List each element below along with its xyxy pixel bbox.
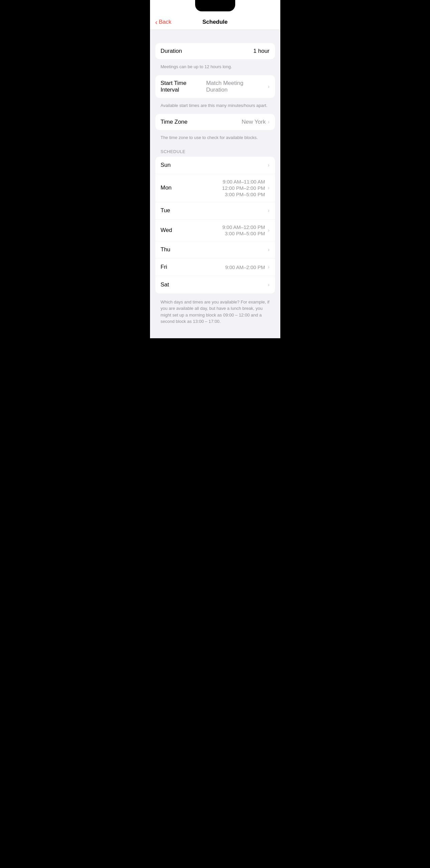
tue-chevron-icon: › [268, 208, 269, 214]
duration-card: Duration 1 hour [155, 43, 275, 59]
start-time-label: Start Time Interval [161, 80, 206, 93]
duration-label: Duration [161, 48, 182, 55]
mon-time-2: 12:00 PM–2:00 PM [222, 185, 265, 191]
page-title: Schedule [202, 19, 228, 25]
start-time-value: Match Meeting Duration [206, 80, 266, 93]
duration-helper: Meetings can be up to 12 hours long. [155, 62, 275, 75]
timezone-label: Time Zone [161, 119, 188, 125]
timezone-value: New York [241, 119, 266, 125]
schedule-row-fri[interactable]: Fri 9:00 AM–2:00 PM › [155, 259, 275, 276]
mon-times: 9:00 AM–11:00 AM 12:00 PM–2:00 PM 3:00 P… [222, 179, 265, 197]
wed-time-1: 9:00 AM–12:00 PM [223, 224, 265, 230]
mon-chevron-icon: › [268, 185, 269, 191]
back-button[interactable]: ‹ Back [155, 19, 171, 25]
gap-2 [155, 146, 275, 149]
duration-row[interactable]: Duration 1 hour [155, 43, 275, 59]
mon-time-1: 9:00 AM–11:00 AM [223, 179, 265, 185]
schedule-row-sat[interactable]: Sat › [155, 276, 275, 293]
fri-right: 9:00 AM–2:00 PM › [225, 264, 270, 270]
sat-chevron-icon: › [268, 282, 269, 288]
tue-right: › [268, 208, 269, 214]
sun-chevron-icon: › [268, 162, 269, 168]
schedule-row-sun[interactable]: Sun › [155, 157, 275, 174]
mon-time-3: 3:00 PM–5:00 PM [225, 191, 265, 197]
schedule-bottom-note: Which days and times are you available? … [155, 296, 275, 332]
sat-right: › [268, 282, 269, 288]
duration-value: 1 hour [253, 48, 269, 55]
timezone-card: Time Zone New York › [155, 114, 275, 130]
timezone-chevron-icon: › [268, 119, 269, 125]
sun-right: › [268, 162, 269, 168]
timezone-row[interactable]: Time Zone New York › [155, 114, 275, 130]
back-chevron-icon: ‹ [155, 19, 158, 25]
day-tue: Tue [161, 207, 177, 214]
fri-times: 9:00 AM–2:00 PM [225, 265, 265, 270]
start-time-card: Start Time Interval Match Meeting Durati… [155, 75, 275, 98]
timezone-helper: The time zone to use to check for availa… [155, 133, 275, 146]
wed-time-2: 3:00 PM–5:00 PM [225, 230, 265, 236]
start-time-value-container: Match Meeting Duration › [206, 80, 270, 93]
schedule-row-tue[interactable]: Tue › [155, 202, 275, 220]
day-sun: Sun [161, 162, 177, 168]
thu-right: › [268, 247, 269, 253]
notch [195, 0, 235, 11]
wed-right: 9:00 AM–12:00 PM 3:00 PM–5:00 PM › [223, 224, 270, 236]
fri-chevron-icon: › [268, 264, 269, 270]
wed-chevron-icon: › [268, 227, 269, 233]
status-bar [150, 0, 280, 15]
nav-bar: ‹ Back Schedule [150, 15, 280, 30]
content-area: Duration 1 hour Meetings can be up to 12… [150, 30, 280, 338]
schedule-section-header: SCHEDULE [155, 149, 275, 157]
day-mon: Mon [161, 185, 177, 191]
gap-1 [155, 36, 275, 43]
start-time-chevron-icon: › [268, 84, 269, 90]
fri-time-1: 9:00 AM–2:00 PM [225, 265, 265, 270]
schedule-row-mon[interactable]: Mon 9:00 AM–11:00 AM 12:00 PM–2:00 PM 3:… [155, 174, 275, 202]
wed-times: 9:00 AM–12:00 PM 3:00 PM–5:00 PM [223, 224, 265, 236]
day-fri: Fri [161, 264, 177, 270]
day-wed: Wed [161, 227, 177, 234]
timezone-value-container: New York › [241, 119, 269, 125]
schedule-row-wed[interactable]: Wed 9:00 AM–12:00 PM 3:00 PM–5:00 PM › [155, 220, 275, 241]
schedule-row-thu[interactable]: Thu › [155, 241, 275, 259]
back-label: Back [159, 19, 171, 25]
schedule-card: Sun › Mon 9:00 AM–11:00 AM 12:00 PM–2:00… [155, 157, 275, 293]
start-time-row[interactable]: Start Time Interval Match Meeting Durati… [155, 75, 275, 98]
thu-chevron-icon: › [268, 247, 269, 253]
duration-value-container: 1 hour [253, 48, 269, 55]
start-time-helper: Available start times are this many minu… [155, 101, 275, 114]
day-sat: Sat [161, 281, 177, 288]
day-thu: Thu [161, 246, 177, 253]
mon-right: 9:00 AM–11:00 AM 12:00 PM–2:00 PM 3:00 P… [222, 179, 270, 197]
